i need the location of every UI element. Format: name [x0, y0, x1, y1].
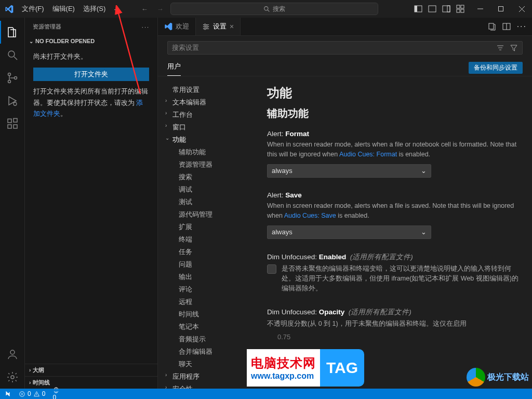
setting-dim-opacity: Dim Unfocused: Opacity (适用所有配置文件) 不透明度分数…	[267, 308, 522, 341]
split-editor-icon[interactable]	[502, 22, 511, 31]
account-icon[interactable]	[0, 343, 25, 366]
run-debug-icon[interactable]	[0, 89, 25, 112]
toc-remote[interactable]: 远程	[158, 296, 257, 308]
toc-debug[interactable]: 调试	[158, 183, 257, 196]
svg-line-1	[268, 10, 269, 11]
layout-controls	[409, 5, 470, 13]
menu-select[interactable]: 选择(S)	[79, 0, 110, 18]
toc-output[interactable]: 输出	[158, 271, 257, 283]
toc-application[interactable]: ›应用程序	[158, 370, 257, 383]
outline-section[interactable]: ›大纲	[25, 364, 157, 376]
toc-accessibility[interactable]: 辅助功能	[158, 146, 257, 158]
audio-cues-save-link[interactable]: Audio Cues: Save	[284, 212, 336, 219]
toc-comments[interactable]: 评论	[158, 283, 257, 296]
toc-problems[interactable]: 问题	[158, 258, 257, 271]
timeline-section[interactable]: ›时间线	[25, 376, 157, 389]
setting-alert-format: Alert: Format When in screen reader mode…	[267, 130, 522, 178]
toc-chat[interactable]: 聊天	[158, 358, 257, 370]
search-icon[interactable]	[0, 44, 25, 66]
toc-audiocues[interactable]: 音频提示	[158, 333, 257, 345]
svg-rect-13	[498, 6, 503, 11]
dim-opacity-value: 0.75	[267, 333, 522, 341]
remote-indicator[interactable]	[4, 390, 11, 397]
svg-rect-34	[489, 23, 494, 29]
svg-line-17	[14, 57, 17, 60]
customize-layout-icon[interactable]	[456, 5, 464, 13]
title-bar: 文件(F) 编辑(E) 选择(S) ··· ← → 搜索	[0, 0, 532, 18]
backup-sync-button[interactable]: 备份和同步设置	[469, 62, 523, 74]
svg-point-18	[8, 73, 10, 76]
tab-more-icon[interactable]: ···	[517, 22, 527, 31]
settings-scope-user[interactable]: 用户	[167, 60, 181, 76]
toggle-secondary-icon[interactable]	[442, 5, 450, 13]
command-center-search[interactable]: 搜索	[170, 3, 378, 15]
settings-search-input[interactable]: 搜索设置	[167, 41, 523, 55]
open-settings-json-icon[interactable]	[488, 22, 496, 31]
toc-features[interactable]: ⌄功能	[158, 134, 257, 146]
open-folder-hint: 打开文件夹将关闭所有当前打开的编辑器。要使其保持打开状态，请改为 添加文件夹。	[33, 86, 149, 119]
svg-rect-11	[461, 9, 464, 12]
menu-edit[interactable]: 编辑(E)	[48, 0, 79, 18]
svg-point-20	[14, 77, 17, 79]
toggle-sidebar-icon[interactable]	[414, 5, 422, 13]
open-folder-button[interactable]: 打开文件夹	[33, 68, 149, 81]
toc-workbench[interactable]: ›工作台	[158, 109, 257, 121]
toc-common[interactable]: 常用设置	[158, 84, 257, 96]
no-folder-msg: 尚未打开文件夹。	[33, 51, 149, 62]
toc-terminal[interactable]: 终端	[158, 233, 257, 246]
alert-save-select[interactable]: always⌄	[267, 225, 431, 239]
toggle-panel-icon[interactable]	[428, 5, 436, 13]
nav-back[interactable]: ←	[139, 5, 150, 13]
svg-point-19	[8, 81, 10, 83]
close-tab-icon[interactable]: ×	[230, 22, 234, 31]
svg-rect-25	[14, 118, 17, 122]
explorer-icon[interactable]	[0, 21, 25, 44]
toc-scm[interactable]: 源代码管理	[158, 208, 257, 221]
no-folder-section[interactable]: ⌄NO FOLDER OPENED	[25, 36, 157, 46]
svg-rect-22	[8, 119, 11, 123]
filter-icon[interactable]	[510, 44, 518, 52]
minimize-button[interactable]	[470, 0, 490, 18]
menu-more[interactable]: ···	[110, 0, 124, 18]
svg-point-0	[264, 6, 268, 10]
toc-explorer[interactable]: 资源管理器	[158, 158, 257, 171]
maximize-button[interactable]	[490, 0, 511, 18]
tab-welcome[interactable]: 欢迎	[158, 18, 196, 35]
clear-search-icon[interactable]	[496, 44, 504, 52]
dim-enabled-checkbox[interactable]	[267, 264, 276, 274]
svg-rect-24	[14, 125, 17, 128]
section-h1: 功能	[267, 85, 522, 101]
tab-settings[interactable]: 设置 ×	[196, 18, 241, 35]
svg-point-29	[204, 24, 206, 25]
ports-status[interactable]: 0	[52, 387, 60, 399]
audio-cues-format-link[interactable]: Audio Cues: Format	[339, 151, 397, 158]
svg-rect-23	[8, 125, 11, 128]
toc-timeline[interactable]: 时间线	[158, 308, 257, 321]
svg-rect-10	[457, 9, 460, 12]
toc-text-editor[interactable]: ›文本编辑器	[158, 96, 257, 109]
close-button[interactable]	[511, 0, 532, 18]
source-control-icon[interactable]	[0, 66, 25, 89]
watermark-tagxp: 电脑技术网 www.tagxp.com TAG	[247, 349, 470, 387]
menu-file[interactable]: 文件(F)	[18, 0, 48, 18]
svg-point-27	[11, 376, 14, 379]
toc-notebook[interactable]: 笔记本	[158, 321, 257, 333]
explorer-more-icon[interactable]: ···	[142, 24, 150, 30]
toc-merge[interactable]: 合并编辑器	[158, 345, 257, 358]
problems-status[interactable]: 0 0	[19, 390, 45, 397]
toc-search[interactable]: 搜索	[158, 171, 257, 183]
toc-test[interactable]: 测试	[158, 196, 257, 208]
extensions-icon[interactable]	[0, 112, 25, 135]
tab-bar: 欢迎 设置 × ···	[158, 18, 532, 36]
toc-ext[interactable]: 扩展	[158, 221, 257, 233]
alert-format-select[interactable]: always⌄	[267, 164, 431, 178]
svg-point-31	[206, 25, 208, 27]
toc-tasks[interactable]: 任务	[158, 246, 257, 258]
explorer-title: 资源管理器	[33, 23, 61, 31]
nav-forward[interactable]: →	[155, 5, 165, 13]
svg-point-26	[10, 350, 15, 354]
settings-gear-icon[interactable]	[0, 366, 25, 389]
toc-security[interactable]: ›安全性	[158, 383, 257, 389]
toc-window[interactable]: ›窗口	[158, 121, 257, 134]
chevron-down-icon: ⌄	[421, 167, 427, 175]
